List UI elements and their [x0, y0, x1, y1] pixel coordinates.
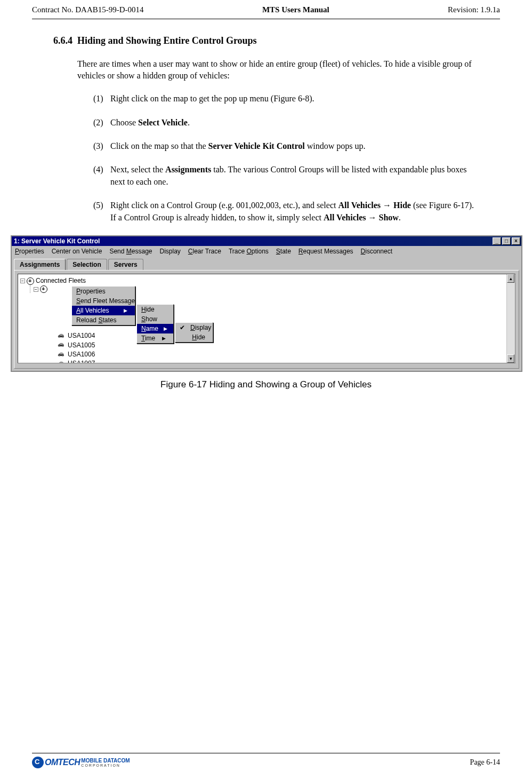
header-center: MTS Users Manual: [262, 5, 329, 14]
ctx-all-vehicles[interactable]: All Vehicles▶: [72, 306, 135, 315]
menu-properties[interactable]: Properties: [15, 248, 44, 255]
tree-root-node[interactable]: − Connected Fleets: [20, 276, 515, 285]
submenu-arrow-icon: ▶: [162, 336, 166, 341]
context-menu-fleet: Properties Send Fleet Message All Vehicl…: [71, 286, 135, 325]
tree-vehicle-item[interactable]: USA1007: [58, 359, 515, 363]
context-menu-name: ✔Display Hide: [175, 322, 213, 343]
ctx-time[interactable]: Time▶: [137, 333, 173, 343]
menu-bar: Properties Center on Vehicle Send Messag…: [12, 246, 521, 257]
logo-text-corporation: CORPORATION: [81, 764, 130, 767]
globe-icon: [27, 277, 34, 285]
menu-send-message[interactable]: Send Message: [109, 248, 152, 255]
tab-selection[interactable]: Selection: [67, 259, 107, 270]
vertical-scrollbar[interactable]: ▴ ▾: [506, 274, 515, 363]
step-1: (1) Right click on the map to get the po…: [93, 93, 479, 105]
ctx-properties[interactable]: Properties: [72, 287, 135, 296]
scroll-down-button[interactable]: ▾: [507, 354, 514, 363]
page-footer: OMTECH MOBILE DATACOM CORPORATION Page 6…: [32, 753, 500, 768]
footer-rule: [32, 753, 500, 753]
steps-list: (1) Right click on the map to get the po…: [93, 93, 479, 224]
ctx-show[interactable]: Show: [137, 314, 173, 324]
step-2: (2) Choose Select Vehicle.: [93, 117, 479, 129]
header-right: Revision: 1.9.1a: [448, 5, 500, 14]
ctx-reload-states[interactable]: Reload States: [72, 315, 135, 325]
tab-assignments[interactable]: Assignments: [14, 259, 66, 270]
logo-text-omtech: OMTECH: [45, 758, 80, 767]
logo-text-mobile-datacom: MOBILE DATACOM: [81, 758, 130, 764]
menu-display[interactable]: Display: [160, 248, 181, 255]
ctx-name[interactable]: Name▶: [137, 324, 173, 333]
step-4: (4) Next, select the Assignments tab. Th…: [93, 164, 479, 188]
menu-center-on-vehicle[interactable]: Center on Vehicle: [52, 248, 102, 255]
section-heading: 6.6.4 Hiding and Showing Entire Control …: [53, 35, 500, 46]
logo-circle-icon: [32, 757, 44, 768]
figure-6-17: 1: Server Vehicle Kit Control _ □ × Prop…: [32, 235, 500, 390]
server-vehicle-kit-window: 1: Server Vehicle Kit Control _ □ × Prop…: [11, 235, 522, 372]
submenu-arrow-icon: ▶: [124, 308, 127, 313]
tab-servers[interactable]: Servers: [108, 259, 143, 270]
collapse-icon[interactable]: −: [20, 279, 25, 283]
step-5: (5) Right click on a Control Group (e.g.…: [93, 200, 479, 224]
close-button[interactable]: ×: [512, 237, 520, 245]
submenu-arrow-icon: ▶: [164, 326, 167, 331]
window-title-bar[interactable]: 1: Server Vehicle Kit Control _ □ ×: [12, 236, 521, 246]
car-icon: [58, 343, 66, 348]
menu-request-messages[interactable]: Request Messages: [299, 248, 353, 255]
minimize-button[interactable]: _: [493, 237, 501, 245]
tree-vehicle-item[interactable]: USA1006: [58, 350, 515, 359]
ctx-hide[interactable]: Hide: [137, 305, 173, 314]
company-logo: OMTECH MOBILE DATACOM CORPORATION: [32, 757, 130, 768]
tree-view[interactable]: − Connected Fleets − USA1004 USA: [18, 274, 515, 363]
car-icon: [58, 333, 66, 339]
menu-trace-options[interactable]: Trace Options: [229, 248, 269, 255]
tab-content: − Connected Fleets − USA1004 USA: [14, 270, 519, 369]
ctx-hide-name[interactable]: Hide: [175, 332, 213, 342]
step-3: (3) Click on the map so that the Server …: [93, 140, 479, 152]
maximize-button[interactable]: □: [502, 237, 511, 245]
car-icon: [58, 352, 66, 357]
ctx-send-fleet-message[interactable]: Send Fleet Message: [72, 296, 135, 306]
page-header: Contract No. DAAB15-99-D-0014 MTS Users …: [0, 0, 532, 19]
window-title: 1: Server Vehicle Kit Control: [14, 237, 100, 245]
scroll-up-button[interactable]: ▴: [507, 274, 514, 283]
intro-paragraph: There are times when a user may want to …: [77, 58, 479, 81]
menu-state[interactable]: State: [276, 248, 291, 255]
tabs-row: Assignments Selection Servers: [12, 257, 521, 270]
header-left: Contract No. DAAB15-99-D-0014: [32, 5, 144, 14]
tree-vehicle-item[interactable]: USA1004: [58, 331, 515, 340]
check-icon: ✔: [180, 324, 185, 331]
figure-caption: Figure 6-17 Hiding and Showing a Group o…: [32, 379, 500, 390]
ctx-display[interactable]: ✔Display: [175, 323, 213, 332]
globe-icon: [40, 285, 47, 293]
car-icon: [58, 361, 66, 363]
tree-vehicle-item[interactable]: USA1005: [58, 341, 515, 350]
page-number: Page 6-14: [470, 758, 500, 767]
menu-clear-trace[interactable]: Clear Trace: [188, 248, 221, 255]
collapse-icon[interactable]: −: [34, 287, 38, 292]
menu-disconnect[interactable]: Disconnect: [361, 248, 392, 255]
context-menu-all-vehicles: Hide Show Name▶ Time▶: [136, 304, 174, 344]
